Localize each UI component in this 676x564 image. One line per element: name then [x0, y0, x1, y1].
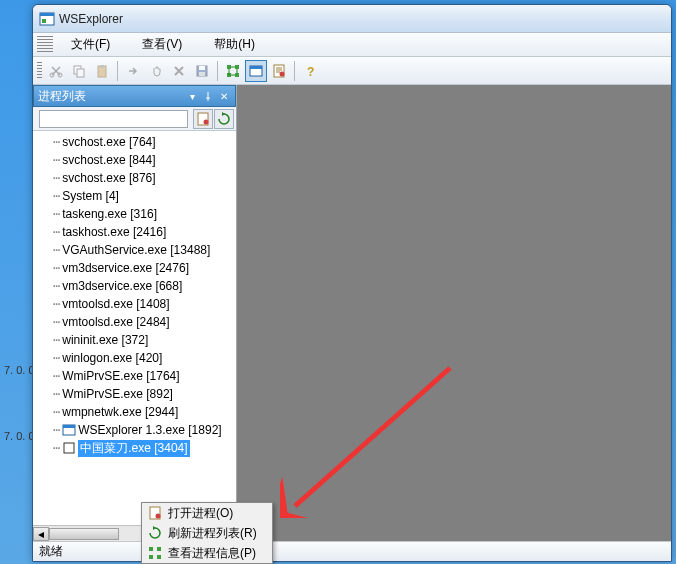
process-item[interactable]: ⋯winlogon.exe [420]: [33, 349, 236, 367]
process-item[interactable]: ⋯svchost.exe [844]: [33, 151, 236, 169]
panel-title: 进程列表: [38, 88, 86, 105]
process-list-panel: 进程列表 ▾ ✕ ⋯svchost.exe [764]⋯svchost.exe …: [33, 85, 237, 541]
forward-button[interactable]: [122, 60, 144, 82]
process-label: taskeng.exe [316]: [62, 207, 157, 221]
process-label: WSExplorer 1.3.exe [1892]: [78, 423, 221, 437]
menu-open-process[interactable]: 打开进程(O): [142, 503, 272, 523]
hand-button[interactable]: [145, 60, 167, 82]
svg-point-19: [280, 71, 285, 76]
menu-help[interactable]: 帮助(H): [198, 33, 271, 56]
svg-rect-8: [100, 65, 104, 68]
svg-point-27: [156, 514, 161, 519]
svg-rect-1: [40, 13, 54, 16]
process-label: svchost.exe [764]: [62, 135, 155, 149]
save-button[interactable]: [191, 60, 213, 82]
process-label: vm3dservice.exe [2476]: [62, 261, 189, 275]
status-text: 就绪: [39, 543, 63, 560]
process-item[interactable]: ⋯svchost.exe [764]: [33, 133, 236, 151]
properties-icon: [146, 505, 164, 521]
window-list-button[interactable]: [245, 60, 267, 82]
menu-grip: [37, 36, 53, 54]
panel-pin-icon[interactable]: [201, 89, 215, 103]
svg-rect-11: [199, 72, 205, 76]
app-icon: [39, 11, 55, 27]
process-item[interactable]: ⋯vm3dservice.exe [668]: [33, 277, 236, 295]
svg-text:?: ?: [307, 65, 314, 78]
process-item[interactable]: ⋯taskhost.exe [2416]: [33, 223, 236, 241]
workspace-area: [237, 85, 671, 541]
menu-refresh-list[interactable]: 刷新进程列表(R): [142, 523, 272, 543]
copy-button[interactable]: [68, 60, 90, 82]
svg-rect-13: [235, 65, 239, 69]
svg-rect-31: [157, 555, 161, 559]
svg-rect-10: [199, 66, 205, 70]
open-process-button[interactable]: [193, 109, 213, 129]
svg-rect-15: [235, 73, 239, 77]
menu-view-info[interactable]: 查看进程信息(P): [142, 543, 272, 563]
refresh-icon: [146, 525, 164, 541]
app-window: WSExplorer 文件(F) 查看(V) 帮助(H) ? 进程列表 ▾: [32, 4, 672, 562]
svg-rect-25: [64, 443, 74, 453]
process-item[interactable]: ⋯vmtoolsd.exe [2484]: [33, 313, 236, 331]
title-bar[interactable]: WSExplorer: [33, 5, 671, 33]
process-item[interactable]: ⋯WSExplorer 1.3.exe [1892]: [33, 421, 236, 439]
window-title: WSExplorer: [59, 12, 123, 26]
svg-point-22: [204, 119, 209, 124]
menu-bar: 文件(F) 查看(V) 帮助(H): [33, 33, 671, 57]
scroll-left-icon[interactable]: ◂: [33, 527, 49, 541]
panel-dropdown-icon[interactable]: ▾: [185, 89, 199, 103]
process-item[interactable]: ⋯WmiPrvSE.exe [1764]: [33, 367, 236, 385]
process-icon: [62, 423, 76, 437]
toolbar-grip: [37, 62, 42, 80]
process-item[interactable]: ⋯vmtoolsd.exe [1408]: [33, 295, 236, 313]
menu-file[interactable]: 文件(F): [55, 33, 126, 56]
path-input[interactable]: [39, 110, 188, 128]
process-label: wmpnetwk.exe [2944]: [62, 405, 178, 419]
svg-rect-12: [227, 65, 231, 69]
process-item[interactable]: ⋯wininit.exe [372]: [33, 331, 236, 349]
process-label: vmtoolsd.exe [2484]: [62, 315, 169, 329]
process-item[interactable]: ⋯WmiPrvSE.exe [892]: [33, 385, 236, 403]
process-label: 中国菜刀.exe [3404]: [78, 440, 189, 457]
process-item[interactable]: ⋯VGAuthService.exe [13488]: [33, 241, 236, 259]
process-item[interactable]: ⋯svchost.exe [876]: [33, 169, 236, 187]
process-label: VGAuthService.exe [13488]: [62, 243, 210, 257]
bg-version-text: 7. 0. 0: [4, 430, 35, 442]
process-item[interactable]: ⋯vm3dservice.exe [2476]: [33, 259, 236, 277]
process-label: svchost.exe [844]: [62, 153, 155, 167]
scroll-thumb[interactable]: [49, 528, 119, 540]
status-bar: 就绪: [33, 541, 671, 561]
panel-header[interactable]: 进程列表 ▾ ✕: [33, 85, 236, 107]
process-label: WmiPrvSE.exe [1764]: [62, 369, 179, 383]
help-button[interactable]: ?: [299, 60, 321, 82]
process-item[interactable]: ⋯wmpnetwk.exe [2944]: [33, 403, 236, 421]
process-label: wininit.exe [372]: [62, 333, 148, 347]
svg-rect-28: [149, 547, 153, 551]
stop-button[interactable]: [168, 60, 190, 82]
process-item[interactable]: ⋯taskeng.exe [316]: [33, 205, 236, 223]
process-tree-button[interactable]: [222, 60, 244, 82]
process-item[interactable]: ⋯中国菜刀.exe [3404]: [33, 439, 236, 457]
process-item[interactable]: ⋯System [4]: [33, 187, 236, 205]
process-label: vmtoolsd.exe [1408]: [62, 297, 169, 311]
process-label: WmiPrvSE.exe [892]: [62, 387, 173, 401]
panel-toolbar: [33, 107, 236, 131]
bg-version-text: 7. 0. 0: [4, 364, 35, 376]
process-tree-icon: [146, 545, 164, 561]
svg-rect-30: [149, 555, 153, 559]
process-label: System [4]: [62, 189, 119, 203]
panel-close-icon[interactable]: ✕: [217, 89, 231, 103]
toolbar: ?: [33, 57, 671, 85]
context-menu: 打开进程(O) 刷新进程列表(R) 查看进程信息(P): [141, 502, 273, 564]
process-label: vm3dservice.exe [668]: [62, 279, 182, 293]
paste-button[interactable]: [91, 60, 113, 82]
cut-button[interactable]: [45, 60, 67, 82]
process-tree[interactable]: ⋯svchost.exe [764]⋯svchost.exe [844]⋯svc…: [33, 131, 236, 525]
svg-rect-2: [42, 19, 46, 23]
svg-rect-6: [77, 69, 84, 77]
properties-button[interactable]: [268, 60, 290, 82]
menu-view[interactable]: 查看(V): [126, 33, 198, 56]
svg-rect-24: [63, 425, 75, 428]
process-icon: [62, 441, 76, 455]
refresh-button[interactable]: [214, 109, 234, 129]
